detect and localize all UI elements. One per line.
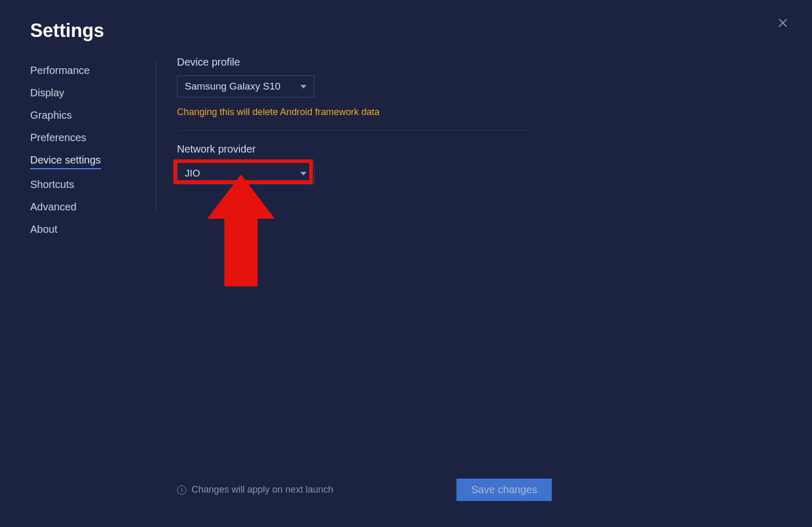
page-title: Settings <box>30 20 104 42</box>
sidebar-item-performance[interactable]: Performance <box>30 60 155 81</box>
sidebar-item-about[interactable]: About <box>30 219 155 240</box>
sidebar-item-graphics[interactable]: Graphics <box>30 105 155 126</box>
save-changes-button[interactable]: Save changes <box>456 479 552 501</box>
network-provider-dropdown[interactable]: JIO <box>177 162 314 184</box>
sidebar-item-shortcuts[interactable]: Shortcuts <box>30 174 155 195</box>
svg-marker-0 <box>207 174 275 286</box>
settings-sidebar: Performance Display Graphics Preferences… <box>30 60 155 240</box>
network-provider-label: Network provider <box>177 143 552 155</box>
sidebar-item-device-settings[interactable]: Device settings <box>30 149 101 169</box>
device-profile-label: Device profile <box>177 56 552 68</box>
sidebar-divider <box>156 60 157 211</box>
info-icon: i <box>177 485 186 495</box>
sidebar-item-display[interactable]: Display <box>30 82 155 104</box>
device-profile-selected: Samsung Galaxy S10 <box>185 81 281 92</box>
footer-note: i Changes will apply on next launch <box>177 484 333 495</box>
sidebar-item-advanced[interactable]: Advanced <box>30 196 155 218</box>
section-divider <box>177 130 531 131</box>
sidebar-item-preferences[interactable]: Preferences <box>30 127 155 148</box>
network-provider-selected: JIO <box>185 168 200 179</box>
annotation-arrow-icon <box>207 174 275 286</box>
device-profile-dropdown[interactable]: Samsung Galaxy S10 <box>177 76 314 97</box>
chevron-down-icon <box>300 85 307 89</box>
footer: i Changes will apply on next launch Save… <box>177 479 552 501</box>
device-profile-warning: Changing this will delete Android framew… <box>177 107 552 118</box>
footer-note-text: Changes will apply on next launch <box>192 484 333 495</box>
close-button[interactable] <box>775 15 791 31</box>
settings-content: Device profile Samsung Galaxy S10 Changi… <box>177 56 552 184</box>
chevron-down-icon <box>300 172 307 175</box>
